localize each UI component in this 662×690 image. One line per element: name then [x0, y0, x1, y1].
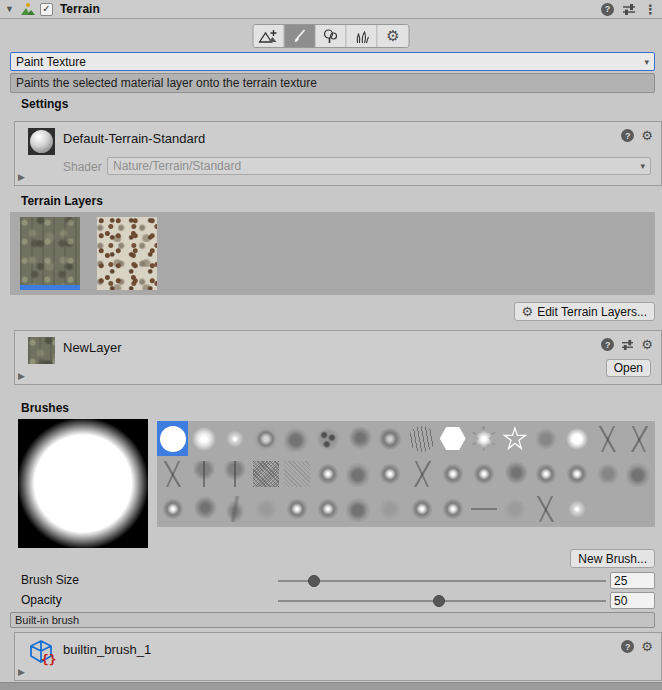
brush-item[interactable]: [250, 491, 281, 526]
brush-size-value-field[interactable]: [610, 572, 655, 589]
brush-item[interactable]: [562, 491, 593, 526]
opacity-handle[interactable]: [433, 595, 445, 607]
brush-item[interactable]: [219, 456, 250, 491]
brush-size-slider[interactable]: [278, 580, 606, 582]
brush-item[interactable]: [219, 421, 250, 456]
brush-item[interactable]: [499, 421, 530, 456]
faint-brush-icon: [253, 496, 279, 522]
ring2-brush-icon: [377, 426, 403, 452]
terrain-layers-strip: [10, 212, 655, 295]
brush-item[interactable]: [531, 421, 562, 456]
brush-item[interactable]: [313, 421, 344, 456]
new-layer-thumb[interactable]: [28, 337, 55, 364]
presets-icon[interactable]: [621, 339, 634, 350]
terrain-layer-grass[interactable]: [20, 217, 80, 290]
tool-paint-terrain[interactable]: [285, 25, 316, 47]
brush-item[interactable]: [406, 491, 437, 526]
gear-icon[interactable]: ⚙: [641, 129, 653, 142]
tool-paint-details[interactable]: [347, 25, 378, 47]
brush-item[interactable]: [188, 491, 219, 526]
material-preview-thumb[interactable]: [28, 128, 55, 155]
help-icon[interactable]: ?: [621, 129, 634, 142]
opacity-label: Opacity: [21, 593, 62, 607]
help-icon[interactable]: ?: [601, 338, 614, 351]
brush-item[interactable]: [375, 421, 406, 456]
splat-brush-icon: [284, 496, 310, 522]
brush-item[interactable]: [282, 456, 313, 491]
material-sphere-icon: [30, 130, 53, 153]
brush-item[interactable]: [468, 421, 499, 456]
brush-item[interactable]: [437, 456, 468, 491]
brush-item[interactable]: [406, 421, 437, 456]
terrain-component-icon: [20, 2, 36, 16]
paint-mode-dropdown[interactable]: Paint Texture ▾: [10, 52, 655, 71]
foldout-closed-icon[interactable]: ▶: [18, 371, 25, 381]
foldout-closed-icon[interactable]: ▶: [18, 667, 25, 677]
brush-item[interactable]: [624, 456, 655, 491]
new-brush-button[interactable]: New Brush...: [570, 549, 655, 568]
brush-item[interactable]: [499, 491, 530, 526]
blob3-brush-icon: [533, 426, 559, 452]
brush-item[interactable]: [593, 421, 624, 456]
splat-brush-icon: [377, 461, 403, 487]
brush-item[interactable]: [157, 491, 188, 526]
presets-icon[interactable]: [622, 3, 636, 15]
brush-item[interactable]: [157, 421, 188, 456]
brush-item[interactable]: [593, 456, 624, 491]
brush-size-handle[interactable]: [308, 575, 320, 587]
help-icon[interactable]: ?: [621, 640, 634, 653]
blob2-brush-icon: [346, 426, 372, 452]
gear-icon[interactable]: ⚙: [641, 640, 653, 653]
more-menu-icon[interactable]: ⋮: [644, 3, 657, 16]
scriptable-object-icon[interactable]: {}: [28, 639, 55, 666]
blob1-brush-icon: [626, 461, 652, 487]
brush-item[interactable]: [562, 421, 593, 456]
shader-dropdown[interactable]: Nature/Terrain/Standard ▾: [107, 157, 651, 175]
swirl-brush-icon: [222, 496, 248, 522]
noisef-brush-icon: [284, 461, 310, 487]
brush-item[interactable]: [344, 456, 375, 491]
brush-item[interactable]: [375, 456, 406, 491]
brush-item[interactable]: [437, 421, 468, 456]
brush-item[interactable]: [437, 491, 468, 526]
brush-item[interactable]: [313, 491, 344, 526]
blob1-brush-icon: [346, 496, 372, 522]
brush-item[interactable]: [468, 456, 499, 491]
brush-item[interactable]: [499, 456, 530, 491]
enabled-checkbox[interactable]: ✓: [40, 3, 53, 16]
brush-item[interactable]: [282, 421, 313, 456]
help-icon[interactable]: ?: [601, 3, 614, 16]
brush-grid: [157, 421, 655, 527]
opacity-slider[interactable]: [278, 600, 606, 602]
brush-item[interactable]: [562, 456, 593, 491]
brush-item[interactable]: [188, 421, 219, 456]
foldout-open-icon[interactable]: ▼: [5, 5, 14, 14]
gear-icon[interactable]: ⚙: [641, 338, 653, 351]
details-grass-icon: [353, 29, 370, 44]
brush-item[interactable]: [219, 491, 250, 526]
brush-item[interactable]: [282, 491, 313, 526]
brush-item[interactable]: [468, 491, 499, 526]
brush-item[interactable]: [406, 456, 437, 491]
brush-item[interactable]: [531, 491, 562, 526]
blob2-brush-icon: [191, 496, 217, 522]
terrain-layer-rock[interactable]: [97, 217, 157, 290]
brush-item[interactable]: [250, 421, 281, 456]
tool-paint-trees[interactable]: [316, 25, 347, 47]
brush-item[interactable]: [531, 456, 562, 491]
brush-item[interactable]: [250, 456, 281, 491]
brush-item[interactable]: [375, 491, 406, 526]
foldout-closed-icon[interactable]: ▶: [18, 172, 25, 182]
tool-create-neighbor-terrains[interactable]: [254, 25, 285, 47]
splat-brush-icon: [315, 461, 341, 487]
brush-item[interactable]: [188, 456, 219, 491]
opacity-value-field[interactable]: [610, 592, 655, 609]
brush-item[interactable]: [624, 421, 655, 456]
open-button[interactable]: Open: [606, 359, 651, 377]
brush-item[interactable]: [344, 491, 375, 526]
brush-item[interactable]: [313, 456, 344, 491]
tool-terrain-settings[interactable]: ⚙: [378, 25, 409, 47]
brush-item[interactable]: [157, 456, 188, 491]
edit-terrain-layers-button[interactable]: ⚙ Edit Terrain Layers...: [514, 302, 655, 321]
brush-item[interactable]: [344, 421, 375, 456]
